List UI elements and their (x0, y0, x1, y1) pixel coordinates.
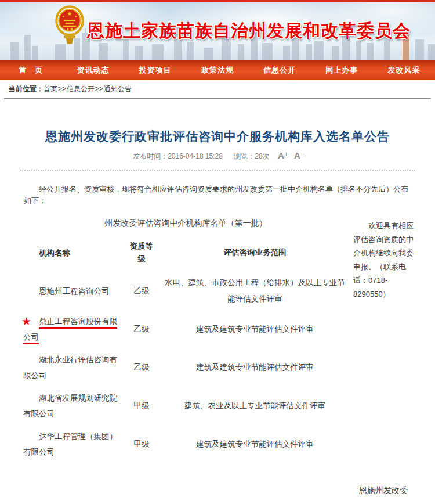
main-navigation: 首 页 资讯动态 投资项目 政策法规 信息公开 网上办事 发改风采 (0, 60, 435, 80)
article-meta: 发布时间：2016-04-18 15:28 浏览：28次 A⁺ A⁻ (20, 150, 415, 161)
breadcrumb-item-home[interactable]: 首页 (44, 84, 57, 94)
table-row-scope: 建筑及建筑专业节能评估文件评审 (161, 348, 349, 387)
site-title: 恩施土家族苗族自治州发展和改革委员会 (87, 19, 411, 43)
column-header-agency-name: 机构名称 (23, 233, 122, 272)
table-row-scope: 水电、建筑、市政公用工程（给排水）及以上专业节能评估文件评审 (161, 272, 349, 310)
table-side-note: 欢迎具有相应评估咨询资质的中介机构继续向我委申报。（联系电话：0718-8290… (353, 214, 415, 463)
table-row-agency-name: ★ 鼎正工程咨询股份有限公司 (23, 310, 122, 348)
table-row-level: 乙级 (126, 348, 157, 387)
national-emblem-icon: ★ ★ ★ (55, 5, 85, 45)
column-header-business-scope: 评估咨询业务范围 (161, 233, 349, 272)
table-row-agency-name: 湖北永业行评估咨询有限公司 (23, 348, 122, 387)
font-decrease-button[interactable]: A⁻ (294, 150, 305, 161)
svg-text:★: ★ (62, 15, 65, 18)
view-count: 浏览：28次 (234, 152, 269, 160)
signature: 恩施州发改委 (20, 485, 415, 496)
table-row-level: 乙级 (126, 310, 157, 348)
nav-item-home[interactable]: 首 页 (0, 65, 62, 75)
dotted-separator (20, 170, 415, 171)
nav-item-investment-projects[interactable]: 投资项目 (124, 65, 186, 75)
table-row-scope: 建筑、农业及以上专业节能评估文件评审 (161, 387, 349, 425)
agency-table: 州发改委评估咨询中介机构库名单（第一批） 欢迎具有相应评估咨询资质的中介机构继续… (23, 214, 415, 463)
breadcrumb-label: 当前位置： (9, 84, 44, 94)
column-header-qualification-level: 资质等级 (126, 233, 157, 272)
table-row-agency-name: 恩施州工程咨询公司 (23, 272, 122, 310)
breadcrumb-item-info-disclosure[interactable]: 信息公开 (67, 84, 95, 94)
highlighted-agency-name: 鼎正工程咨询股份有限公司 (23, 317, 117, 344)
nav-item-info-disclosure[interactable]: 信息公开 (249, 65, 311, 75)
star-icon: ★ (21, 314, 31, 329)
table-row-agency-name: 达华工程管理（集团）有限公司 (23, 425, 122, 463)
publish-time: 发布时间：2016-04-18 15:28 (133, 152, 223, 160)
breadcrumb-separator: >> (58, 85, 66, 93)
breadcrumb-item-notices[interactable]: 通知公告 (104, 84, 132, 94)
page-title: 恩施州发改委行政审批评估咨询中介服务机构库入选名单公告 (20, 128, 415, 145)
svg-text:★: ★ (74, 15, 77, 18)
nav-item-online-services[interactable]: 网上办事 (311, 65, 373, 75)
breadcrumb: 当前位置： 首页 >> 信息公开 >> 通知公告 (0, 80, 435, 98)
article-content: 恩施州发改委行政审批评估咨询中介服务机构库入选名单公告 发布时间：2016-04… (0, 99, 435, 504)
breadcrumb-separator: >> (95, 85, 103, 93)
svg-text:★: ★ (67, 10, 72, 17)
table-caption: 州发改委评估咨询中介机构库名单（第一批） (23, 214, 349, 233)
table-row-level: 乙级 (126, 272, 157, 310)
table-row-scope: 建筑及建筑专业节能评估文件评审 (161, 310, 349, 348)
table-row-scope: 建筑及建筑专业节能评估文件评审 (161, 425, 349, 463)
table-row-agency-name: 湖北省发展规划研究院有限公司 (23, 387, 122, 425)
nav-item-ndrc-style[interactable]: 发改风采 (373, 65, 435, 75)
nav-item-news[interactable]: 资讯动态 (62, 65, 124, 75)
site-banner: ★ ★ ★ 恩施土家族苗族自治州发展和改革委员会 (0, 2, 435, 60)
font-increase-button[interactable]: A⁺ (278, 150, 289, 161)
table-row-level: 甲级 (126, 387, 157, 425)
nav-item-policies[interactable]: 政策法规 (186, 65, 248, 75)
table-row-level: 甲级 (126, 425, 157, 463)
intro-paragraph: 经公开报名、资质审核，现将符合相应评估咨询资质要求的州发改委第一批中介机构名单（… (20, 183, 415, 207)
